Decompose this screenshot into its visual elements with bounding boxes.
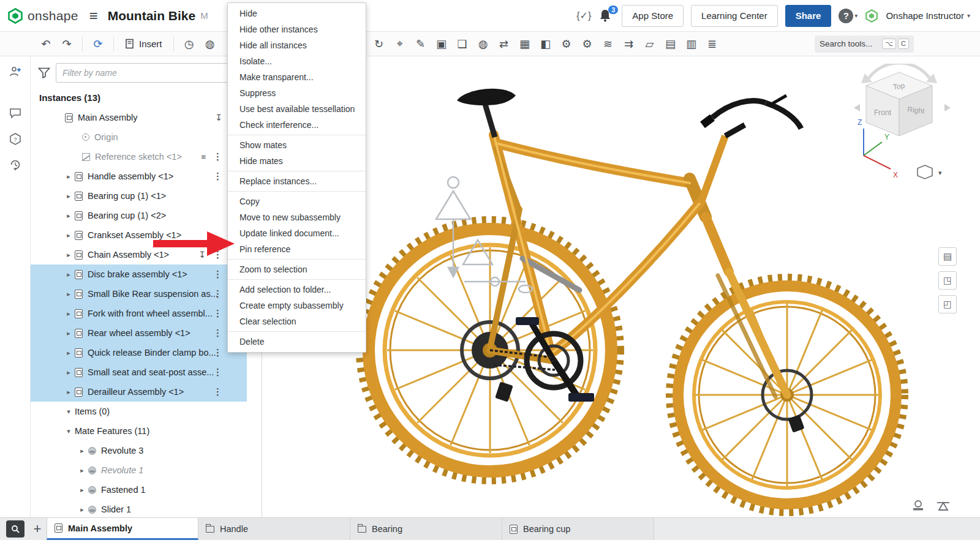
tree-item-main-assembly[interactable]: Main Assembly (31, 108, 247, 127)
tree-item-reference-sketch[interactable]: Reference sketch <1> (31, 147, 247, 167)
menu-item-hide-mates[interactable]: Hide mates (228, 153, 366, 169)
menu-item-move-to-new-subassembly[interactable]: Move to new subassembly (228, 209, 366, 225)
tree-item-seat-post-assembly[interactable]: Small seat and seat-post asse... (31, 362, 247, 382)
filter-icon[interactable] (38, 67, 50, 78)
user-menu[interactable]: Onshape Instructor ▾ (886, 10, 970, 21)
tab-bearing-cup[interactable]: Bearing cup (502, 518, 654, 540)
chevron-down-icon[interactable] (62, 408, 75, 416)
kebab-menu-icon[interactable] (213, 347, 222, 358)
tab-handle[interactable]: Handle (198, 518, 350, 540)
learning-center-button[interactable]: Learning Center (691, 5, 778, 27)
share-button[interactable]: Share (785, 5, 832, 27)
menu-item-suppress[interactable]: Suppress (228, 85, 366, 101)
notes-panel-icon[interactable]: ▤ (938, 247, 957, 266)
menu-item-zoom-to-selection[interactable]: Zoom to selection (228, 261, 366, 277)
kebab-menu-icon[interactable] (213, 328, 222, 339)
versions-icon[interactable]: {✓} (576, 10, 591, 21)
kebab-menu-icon[interactable] (213, 171, 222, 182)
tree-item-origin[interactable]: Origin (31, 127, 247, 147)
help-menu[interactable]: ? ▾ (839, 9, 858, 23)
menu-item-hide-other-instances[interactable]: Hide other instances (228, 21, 366, 37)
chevron-right-icon[interactable] (62, 310, 75, 318)
chevron-right-icon[interactable] (62, 329, 75, 337)
update-sync-icon[interactable]: ⟳ (89, 37, 107, 51)
chevron-right-icon[interactable] (62, 192, 75, 200)
capture-thumbnail-icon[interactable] (6, 520, 24, 538)
screw-relation-icon[interactable]: ≋ (600, 37, 617, 51)
help-cube-icon[interactable]: ? (6, 130, 24, 148)
tree-item-rear-wheel-assembly[interactable]: Rear wheel assembly <1> (31, 323, 247, 343)
menu-item-hide[interactable]: Hide (228, 6, 366, 21)
tab-main-assembly[interactable]: Main Assembly (47, 518, 198, 540)
mate-icon[interactable]: ◷ (181, 37, 198, 51)
tree-section-items[interactable]: Items (0) (31, 402, 247, 421)
kebab-menu-icon[interactable] (213, 386, 222, 397)
tree-item-revolute-1[interactable]: Revolute 1 (31, 460, 247, 480)
redo-icon[interactable]: ↷ (58, 37, 75, 51)
create-drawing-icon[interactable]: ▥ (683, 37, 700, 51)
menu-item-update-linked-document[interactable]: Update linked document... (228, 225, 366, 241)
bom-icon[interactable]: ≣ (704, 37, 721, 51)
linear-pattern-icon[interactable]: ▦ (516, 37, 533, 51)
menu-item-add-selection-to-folder[interactable]: Add selection to folder... (228, 282, 366, 298)
chevron-right-icon[interactable] (76, 506, 88, 514)
chevron-right-icon[interactable] (62, 173, 75, 181)
insert-cylinder-icon[interactable]: ◍ (475, 37, 492, 51)
named-positions-icon[interactable]: ▱ (641, 37, 658, 51)
kebab-menu-icon[interactable] (213, 151, 222, 162)
chevron-right-icon[interactable] (62, 290, 75, 298)
tab-bearing[interactable]: Bearing (350, 518, 502, 540)
tree-item-slider-1[interactable]: Slider 1 (31, 500, 247, 517)
new-tab-button[interactable]: + (28, 518, 47, 540)
menu-item-hide-all-instances[interactable]: Hide all instances (228, 37, 366, 53)
chevron-right-icon[interactable] (62, 212, 75, 220)
menu-item-clear-selection[interactable]: Clear selection (228, 313, 366, 329)
chevron-right-icon[interactable] (76, 486, 88, 494)
tree-item-fastened-1[interactable]: Fastened 1 (31, 480, 247, 500)
view-cube[interactable]: Top Front Right Z Y X ▾ (850, 64, 954, 186)
tree-item-disc-brake-assembly[interactable]: Disc brake assembly <1> (31, 264, 247, 284)
configurations-panel-icon[interactable]: ◰ (938, 295, 957, 313)
undo-icon[interactable]: ↶ (37, 37, 55, 51)
comments-icon[interactable] (6, 104, 24, 122)
filter-input[interactable] (56, 63, 255, 83)
tree-section-mate-features[interactable]: Mate Features (11) (31, 421, 247, 441)
frame-select-icon[interactable]: ▣ (433, 37, 450, 51)
menu-item-pin-reference[interactable]: Pin reference (228, 241, 366, 257)
history-icon[interactable] (6, 156, 24, 174)
chevron-down-icon[interactable] (62, 427, 75, 435)
insert-part-icon[interactable]: ❏ (454, 37, 471, 51)
group-icon[interactable]: ◍ (202, 37, 219, 51)
kebab-menu-icon[interactable] (213, 269, 222, 280)
search-tools-input[interactable]: Search tools... ⌥ C (815, 36, 914, 53)
rack-pinion-relation-icon[interactable]: ⚙ (579, 37, 596, 51)
chevron-right-icon[interactable] (62, 251, 75, 259)
menu-item-show-mates[interactable]: Show mates (228, 137, 366, 153)
appearance-stamp-icon[interactable] (911, 500, 925, 512)
tree-item-handle-assembly[interactable]: Handle assembly <1> (31, 167, 247, 186)
notifications-bell-icon[interactable]: 3 (598, 8, 614, 24)
kebab-menu-icon[interactable] (213, 367, 222, 378)
chevron-right-icon[interactable] (76, 447, 88, 455)
menu-item-delete[interactable]: Delete (228, 334, 366, 350)
tree-item-bearing-cup-2[interactable]: Bearing cup (1) <2> (31, 206, 247, 225)
menu-item-make-transparent[interactable]: Make transparent... (228, 69, 366, 85)
onshape-logo[interactable]: onshape (0, 8, 78, 24)
tree-item-quick-release-binder-clamp[interactable]: Quick release Binder clamp bo... (31, 343, 247, 362)
insert-button[interactable]: Insert (119, 35, 168, 53)
menu-item-check-interference[interactable]: Check interference... (228, 117, 366, 133)
display-states-icon[interactable]: ▤ (662, 37, 679, 51)
chevron-right-icon[interactable] (62, 369, 75, 377)
tree-item-derailleur-assembly[interactable]: Derailleur Assembly <1> (31, 382, 247, 402)
mirror-icon[interactable]: ◧ (537, 37, 554, 51)
chevron-right-icon[interactable] (62, 231, 75, 239)
hamburger-menu-icon[interactable]: ≡ (89, 9, 98, 23)
measure-icon[interactable] (936, 500, 951, 512)
view-options-icon[interactable]: ▾ (918, 165, 942, 179)
chevron-right-icon[interactable] (62, 388, 75, 396)
tree-item-bearing-cup-1[interactable]: Bearing cup (1) <1> (31, 186, 247, 206)
menu-item-replace-instances[interactable]: Replace instances... (228, 173, 366, 189)
menu-item-isolate[interactable]: Isolate... (228, 53, 366, 69)
tree-item-rear-suspension-assembly[interactable]: Small Bike Rear suspension as... (31, 284, 247, 304)
menu-item-use-best-available-tessellation[interactable]: Use best available tessellation (228, 101, 366, 117)
